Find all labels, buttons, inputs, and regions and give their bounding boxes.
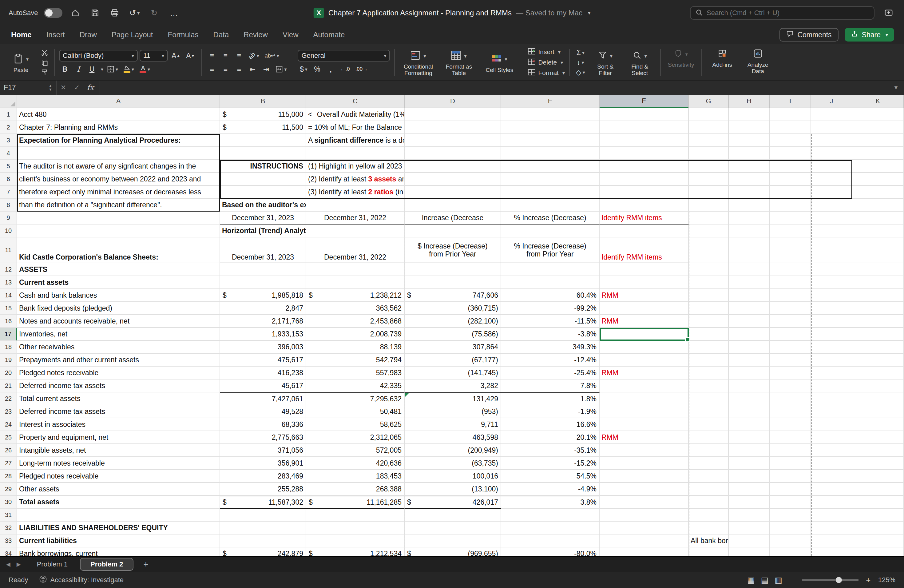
tab-formulas[interactable]: Formulas (167, 28, 200, 41)
row-header-26[interactable]: 26 (0, 444, 17, 457)
cell-D29[interactable]: (13,100) (405, 483, 501, 496)
cell-C18[interactable]: 88,139 (306, 341, 405, 354)
cell-E5[interactable] (501, 160, 600, 173)
cell-D17[interactable]: (75,586) (405, 328, 501, 341)
cell-F26[interactable] (600, 444, 689, 457)
cell-F30[interactable] (600, 496, 689, 509)
cell-G25[interactable] (689, 431, 729, 444)
cell-C34[interactable]: $1,212,534 (306, 547, 405, 556)
copy-button[interactable] (40, 58, 50, 67)
decrease-indent-icon[interactable]: ⇤ (247, 63, 258, 75)
cell-H4[interactable] (729, 147, 770, 160)
cell-C3[interactable]: A signficant difference is a dollar diff… (306, 134, 405, 147)
cell-C28[interactable]: 183,453 (306, 470, 405, 483)
cell-J9[interactable] (811, 212, 852, 224)
cell-C11[interactable]: December 31, 2022 (306, 237, 405, 263)
cell-G27[interactable] (689, 457, 729, 470)
cell-C24[interactable]: 58,625 (306, 418, 405, 431)
normal-view-icon[interactable]: ▦ (747, 575, 755, 585)
cell-J31[interactable] (811, 509, 852, 522)
cell-C4[interactable] (306, 147, 405, 160)
cell-D26[interactable]: (200,949) (405, 444, 501, 457)
borders-icon[interactable]: ▾ (105, 63, 120, 75)
cell-K20[interactable] (852, 367, 904, 379)
cell-J24[interactable] (811, 418, 852, 431)
cell-F31[interactable] (600, 509, 689, 522)
cell-B10[interactable]: Horizontal (Trend) Analytical Procedure:… (220, 224, 306, 237)
cell-F32[interactable] (600, 522, 689, 534)
cell-I4[interactable] (770, 147, 811, 160)
cell-D1[interactable] (405, 108, 501, 121)
cell-E13[interactable] (501, 276, 600, 289)
cell-E16[interactable]: -11.5% (501, 315, 600, 328)
increase-indent-icon[interactable]: ⇥ (260, 63, 272, 75)
cell-A31[interactable] (17, 509, 220, 522)
cell-I15[interactable] (770, 302, 811, 315)
align-left-icon[interactable]: ≡ (206, 63, 218, 75)
cell-I28[interactable] (770, 470, 811, 483)
cell-F29[interactable] (600, 483, 689, 496)
cell-A4[interactable] (17, 147, 220, 160)
column-header-D[interactable]: D (405, 95, 501, 108)
cell-D27[interactable]: (63,735) (405, 457, 501, 470)
cell-I21[interactable] (770, 379, 811, 392)
tab-home[interactable]: Home (10, 28, 33, 41)
cell-I19[interactable] (770, 354, 811, 367)
cell-H9[interactable] (729, 212, 770, 224)
cell-K23[interactable] (852, 405, 904, 418)
cell-H15[interactable] (729, 302, 770, 315)
cell-F15[interactable] (600, 302, 689, 315)
cell-I16[interactable] (770, 315, 811, 328)
tab-automate[interactable]: Automate (312, 28, 346, 41)
cell-C26[interactable]: 572,005 (306, 444, 405, 457)
analyze-data-button[interactable]: Analyze Data (742, 46, 774, 79)
cell-B33[interactable] (220, 534, 306, 547)
cell-H31[interactable] (729, 509, 770, 522)
cell-G22[interactable] (689, 392, 729, 405)
italic-button[interactable]: I (73, 63, 84, 75)
name-box[interactable]: F17 ▲▼ (0, 81, 57, 95)
cell-B9[interactable]: December 31, 2023 (220, 212, 306, 224)
cell-J4[interactable] (811, 147, 852, 160)
cell-F13[interactable] (600, 276, 689, 289)
cell-K16[interactable] (852, 315, 904, 328)
cell-K17[interactable] (852, 328, 904, 341)
share-screen-icon[interactable] (882, 7, 895, 19)
cell-I24[interactable] (770, 418, 811, 431)
cell-A2[interactable]: Chapter 7: Planning and RMMs (17, 121, 220, 134)
cell-F14[interactable]: RMM (600, 289, 689, 302)
cell-D15[interactable]: (360,715) (405, 302, 501, 315)
cell-H29[interactable] (729, 483, 770, 496)
active-cell-outline[interactable] (600, 328, 689, 341)
decrease-font-icon[interactable]: A▼ (184, 50, 197, 62)
cell-I27[interactable] (770, 457, 811, 470)
cell-B6[interactable] (220, 173, 306, 186)
cell-J30[interactable] (811, 496, 852, 509)
cell-K31[interactable] (852, 509, 904, 522)
row-header-20[interactable]: 20 (0, 367, 17, 379)
cell-F12[interactable] (600, 263, 689, 276)
row-header-8[interactable]: 8 (0, 199, 17, 212)
cell-E28[interactable]: 54.5% (501, 470, 600, 483)
comments-button[interactable]: Comments (779, 28, 838, 41)
cell-A18[interactable]: Other receivables (17, 341, 220, 354)
cell-K1[interactable] (852, 108, 904, 121)
cell-B25[interactable]: 2,775,663 (220, 431, 306, 444)
cell-J7[interactable] (811, 186, 852, 199)
cell-H33[interactable] (729, 534, 770, 547)
cell-H7[interactable] (729, 186, 770, 199)
cell-K22[interactable] (852, 392, 904, 405)
tab-insert[interactable]: Insert (45, 28, 66, 41)
cell-E7[interactable] (501, 186, 600, 199)
cell-C25[interactable]: 2,312,065 (306, 431, 405, 444)
cell-E33[interactable] (501, 534, 600, 547)
cell-K34[interactable] (852, 547, 904, 556)
cell-G9[interactable] (689, 212, 729, 224)
row-header-19[interactable]: 19 (0, 354, 17, 367)
cell-C20[interactable]: 557,983 (306, 367, 405, 379)
cell-C14[interactable]: $1,238,212 (306, 289, 405, 302)
cell-K19[interactable] (852, 354, 904, 367)
row-header-1[interactable]: 1 (0, 108, 17, 121)
cell-G3[interactable] (689, 134, 729, 147)
cell-D4[interactable] (405, 147, 501, 160)
